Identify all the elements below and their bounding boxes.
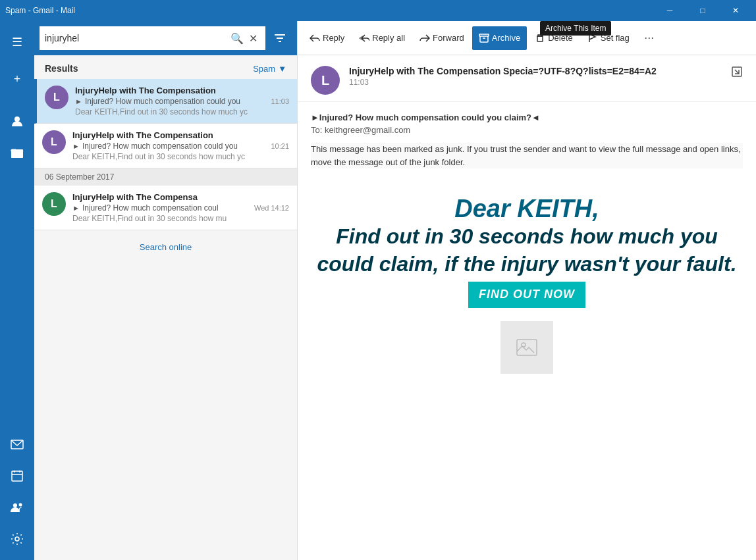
maximize-button[interactable]: □ <box>688 0 718 21</box>
email-greeting: Dear KEITH, <box>311 195 743 223</box>
folder-name: Spam <box>253 64 275 74</box>
svg-rect-3 <box>12 471 22 481</box>
email-time: Wed 14:12 <box>254 204 289 212</box>
svg-point-7 <box>13 503 17 507</box>
titlebar: Spam - Gmail - Mail ─ □ ✕ <box>0 0 756 21</box>
email-sender: InjuryHelp with The Compensation <box>75 86 289 95</box>
hamburger-icon[interactable]: ☰ <box>1 26 33 58</box>
email-body: ►Injured? How much compensation could yo… <box>298 102 756 560</box>
email-body-preview: Dear KEITH,Find out in 30 seconds how mu… <box>72 152 289 161</box>
email-sender: InjuryHelp with The Compensa <box>72 192 289 202</box>
nav-people-icon[interactable] <box>1 492 33 523</box>
forward-label: Forward <box>433 33 464 43</box>
email-subject-preview: Injured? How much compensation coul <box>82 203 252 213</box>
email-preview-row: ► Injured? How much compensation could y… <box>72 141 289 151</box>
more-actions-button[interactable]: ··· <box>637 26 661 50</box>
email-list: L InjuryHelp with The Compensation ► Inj… <box>34 79 297 560</box>
avatar: L <box>42 130 66 154</box>
email-item-content: InjuryHelp with The Compensation ► Injur… <box>72 130 289 161</box>
svg-point-0 <box>14 116 20 122</box>
email-item[interactable]: L InjuryHelp with The Compensation ► Inj… <box>34 79 297 124</box>
search-online-link[interactable]: Search online <box>140 242 192 252</box>
app-title: Spam - Gmail - Mail <box>5 6 75 15</box>
reply-label: Reply <box>323 33 344 43</box>
arrow-icon: ► <box>72 204 80 212</box>
email-body-preview: Dear KEITH,Find out in 30 seconds how mu… <box>75 107 289 116</box>
email-preview-row: ► Injured? How much compensation could y… <box>75 97 289 106</box>
arrow-icon: ► <box>72 142 80 150</box>
expand-button[interactable] <box>731 66 743 80</box>
app-body: ☰ + 🔍 <box>0 21 756 560</box>
folder-filter[interactable]: Spam ▼ <box>253 64 286 74</box>
svg-rect-14 <box>537 36 543 41</box>
date-separator: 06 September 2017 <box>34 168 297 186</box>
svg-point-8 <box>19 503 22 507</box>
forward-button[interactable]: Forward <box>413 26 471 50</box>
email-sender-avatar: L <box>311 66 340 95</box>
search-submit-button[interactable]: 🔍 <box>228 32 246 45</box>
email-header-actions <box>731 66 743 80</box>
svg-point-9 <box>15 537 19 541</box>
set-flag-button[interactable]: Set flag <box>581 26 636 50</box>
avatar: L <box>42 192 66 216</box>
search-online-section: Search online <box>34 230 297 263</box>
results-label: Results <box>45 63 78 74</box>
email-header: L InjuryHelp with The Compensation Speci… <box>298 55 756 102</box>
email-meta: InjuryHelp with The Compensation Specia=… <box>349 66 722 87</box>
search-input-wrapper: 🔍 ✕ <box>40 26 265 50</box>
reply-all-label: Reply all <box>372 33 405 43</box>
email-subject-preview: Injured? How much compensation could you <box>82 141 269 151</box>
close-button[interactable]: ✕ <box>720 0 751 21</box>
email-item[interactable]: L InjuryHelp with The Compensa ► Injured… <box>34 186 297 230</box>
set-flag-label: Set flag <box>601 33 630 43</box>
email-item[interactable]: L InjuryHelp with The Compensation ► Inj… <box>34 124 297 168</box>
email-time: 10:21 <box>271 142 289 150</box>
reply-all-button[interactable]: Reply all <box>352 26 412 50</box>
email-subject-line: ►Injured? How much compensation could yo… <box>311 113 743 122</box>
email-date: 11:03 <box>349 78 722 87</box>
nav-settings-icon[interactable] <box>1 523 33 555</box>
email-item-content: InjuryHelp with The Compensa ► Injured? … <box>72 192 289 223</box>
email-sender: InjuryHelp with The Compensation <box>72 130 289 140</box>
nav-calendar-icon[interactable] <box>1 460 33 492</box>
archive-button[interactable]: Archive <box>472 26 527 50</box>
delete-button[interactable]: Delete <box>528 26 580 50</box>
compose-icon[interactable]: + <box>1 63 33 95</box>
right-panel: Reply Reply all Forward Archive Delete S… <box>298 21 756 560</box>
chevron-down-icon: ▼ <box>278 64 286 74</box>
svg-rect-13 <box>479 34 489 36</box>
email-subject-preview: Injured? How much compensation could you <box>85 97 269 106</box>
window-controls: ─ □ ✕ <box>655 0 751 21</box>
email-to-line: To: keithgreer@gmail.com <box>311 125 743 135</box>
search-bar: 🔍 ✕ <box>34 21 297 55</box>
search-input[interactable] <box>45 33 228 43</box>
arrow-icon: ► <box>75 97 82 105</box>
reply-button[interactable]: Reply <box>303 26 351 50</box>
nav-folder-icon[interactable] <box>1 137 33 168</box>
email-toolbar: Reply Reply all Forward Archive Delete S… <box>298 21 756 55</box>
minimize-button[interactable]: ─ <box>655 0 685 21</box>
results-header: Results Spam ▼ <box>34 55 297 79</box>
left-panel: 🔍 ✕ Results Spam ▼ L InjuryHelp with The… <box>34 21 298 560</box>
email-body-preview: Dear KEITH,Find out in 30 seconds how mu <box>72 214 289 223</box>
search-clear-button[interactable]: ✕ <box>246 32 260 45</box>
email-time: 11:03 <box>271 97 289 105</box>
email-sender-full: InjuryHelp with The Compensation Specia=… <box>349 66 722 76</box>
cta-link[interactable]: FIND OUT NOW <box>468 282 585 307</box>
email-preview-row: ► Injured? How much compensation coul We… <box>72 203 289 213</box>
image-placeholder <box>500 321 553 374</box>
email-item-content: InjuryHelp with The Compensation ► Injur… <box>75 86 289 116</box>
delete-label: Delete <box>548 33 573 43</box>
nav-mail-icon[interactable] <box>1 428 33 460</box>
nav-contacts-icon[interactable] <box>1 105 33 137</box>
archive-label: Archive <box>492 33 520 43</box>
avatar: L <box>45 86 68 109</box>
email-content-body: Dear KEITH, Find out in 30 seconds how m… <box>311 182 743 387</box>
filter-button[interactable] <box>268 26 292 50</box>
sidebar-nav: ☰ + <box>0 21 34 560</box>
email-body-text: Find out in 30 seconds how much you coul… <box>311 223 743 308</box>
junk-warning: This message has been marked as junk. If… <box>311 143 743 168</box>
